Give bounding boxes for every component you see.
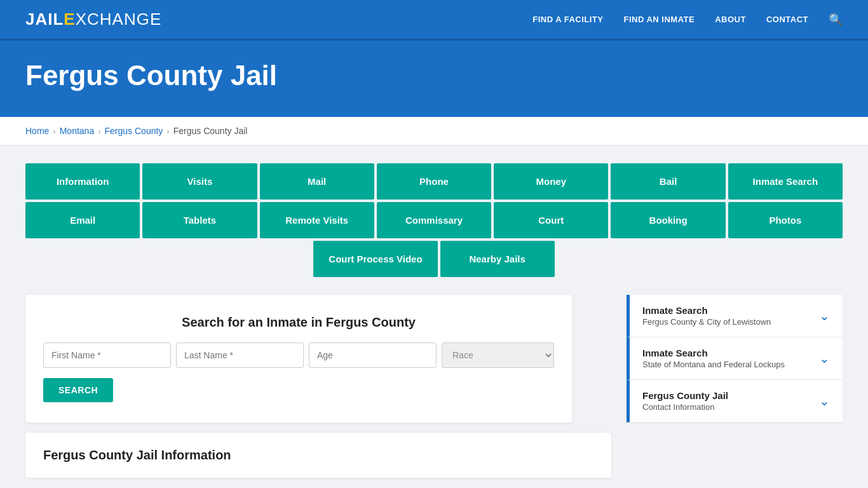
chevron-down-icon-1: ⌄ xyxy=(819,308,830,323)
sidebar-item-text-2: Inmate Search State of Montana and Feder… xyxy=(642,348,785,369)
page-title: Fergus County Jail xyxy=(25,60,843,92)
breadcrumb-current: Fergus County Jail xyxy=(173,126,248,136)
hero-section: Fergus County Jail xyxy=(0,41,868,117)
sidebar-item-text-1: Inmate Search Fergus County & City of Le… xyxy=(642,305,771,327)
breadcrumb-sep-2: › xyxy=(98,126,100,136)
main-content: Information Visits Mail Phone Money Bail… xyxy=(0,146,868,488)
sidebar-item-inmate-search-local[interactable]: Inmate Search Fergus County & City of Le… xyxy=(627,295,843,337)
sidebar-item-subtitle-2: State of Montana and Federal Lockups xyxy=(642,360,785,369)
last-name-input[interactable] xyxy=(176,342,304,368)
site-header: JAILEXCHANGE FIND A FACILITY FIND AN INM… xyxy=(0,0,868,41)
sidebar: Inmate Search Fergus County & City of Le… xyxy=(627,295,843,478)
breadcrumb-fergus-county[interactable]: Fergus County xyxy=(105,126,163,136)
sidebar-item-subtitle-3: Contact Information xyxy=(642,402,728,412)
sidebar-item-title-2: Inmate Search xyxy=(642,348,785,358)
search-fields: Race White Black Hispanic Asian Other xyxy=(43,342,554,368)
jail-info-title: Fergus County Jail Information xyxy=(43,448,593,463)
btn-mail[interactable]: Mail xyxy=(260,163,374,200)
chevron-down-icon-3: ⌄ xyxy=(819,393,830,409)
content-area: Search for an Inmate in Fergus County Ra… xyxy=(25,295,843,478)
sidebar-item-text-3: Fergus County Jail Contact Information xyxy=(642,390,728,412)
btn-inmate-search[interactable]: Inmate Search xyxy=(728,163,843,200)
nav-find-inmate[interactable]: FIND AN INMATE xyxy=(623,15,695,24)
button-grid-row1: Information Visits Mail Phone Money Bail… xyxy=(25,163,843,200)
jail-info-section: Fergus County Jail Information xyxy=(25,433,611,478)
logo-jail: JAIL xyxy=(25,10,64,29)
btn-information[interactable]: Information xyxy=(25,163,140,200)
breadcrumb-sep-1: › xyxy=(53,126,55,136)
left-column: Search for an Inmate in Fergus County Ra… xyxy=(25,295,611,478)
btn-email[interactable]: Email xyxy=(25,202,140,238)
sidebar-item-contact-info[interactable]: Fergus County Jail Contact Information ⌄ xyxy=(627,380,843,423)
sidebar-item-inmate-search-state[interactable]: Inmate Search State of Montana and Feder… xyxy=(627,337,843,380)
button-grid-row2: Email Tablets Remote Visits Commissary C… xyxy=(25,202,843,238)
nav-about[interactable]: ABOUT xyxy=(715,15,746,24)
btn-remote-visits[interactable]: Remote Visits xyxy=(260,202,374,238)
breadcrumb-sep-3: › xyxy=(166,126,169,136)
sidebar-item-subtitle-1: Fergus County & City of Lewistown xyxy=(642,317,771,327)
sidebar-item-title-3: Fergus County Jail xyxy=(642,390,728,401)
breadcrumb-home[interactable]: Home xyxy=(25,126,49,136)
search-icon[interactable]: 🔍 xyxy=(829,13,843,27)
inmate-search-card: Search for an Inmate in Fergus County Ra… xyxy=(25,295,572,423)
btn-visits[interactable]: Visits xyxy=(142,163,257,200)
btn-bail[interactable]: Bail xyxy=(611,163,725,200)
logo-exchange: E xyxy=(64,10,75,29)
chevron-down-icon-2: ⌄ xyxy=(819,351,830,366)
btn-commissary[interactable]: Commissary xyxy=(377,202,491,238)
site-logo[interactable]: JAILEXCHANGE xyxy=(25,10,161,29)
search-button[interactable]: SEARCH xyxy=(43,378,113,402)
search-card-title: Search for an Inmate in Fergus County xyxy=(43,315,554,330)
btn-court[interactable]: Court xyxy=(494,202,608,238)
sidebar-item-title-1: Inmate Search xyxy=(642,305,771,316)
main-nav: FIND A FACILITY FIND AN INMATE ABOUT CON… xyxy=(532,13,843,27)
btn-tablets[interactable]: Tablets xyxy=(142,202,257,238)
breadcrumb-montana[interactable]: Montana xyxy=(60,126,94,136)
btn-money[interactable]: Money xyxy=(494,163,608,200)
first-name-input[interactable] xyxy=(43,342,171,368)
race-select[interactable]: Race White Black Hispanic Asian Other xyxy=(442,342,554,368)
nav-find-facility[interactable]: FIND A FACILITY xyxy=(532,15,603,24)
age-input[interactable] xyxy=(309,342,437,368)
btn-nearby-jails[interactable]: Nearby Jails xyxy=(440,241,555,277)
btn-booking[interactable]: Booking xyxy=(611,202,725,238)
breadcrumb: Home › Montana › Fergus County › Fergus … xyxy=(0,117,868,146)
button-grid-row3: Court Process Video Nearby Jails xyxy=(25,241,843,277)
btn-photos[interactable]: Photos xyxy=(728,202,843,238)
btn-phone[interactable]: Phone xyxy=(377,163,491,200)
nav-contact[interactable]: CONTACT xyxy=(766,15,808,24)
btn-court-process-video[interactable]: Court Process Video xyxy=(313,241,437,277)
